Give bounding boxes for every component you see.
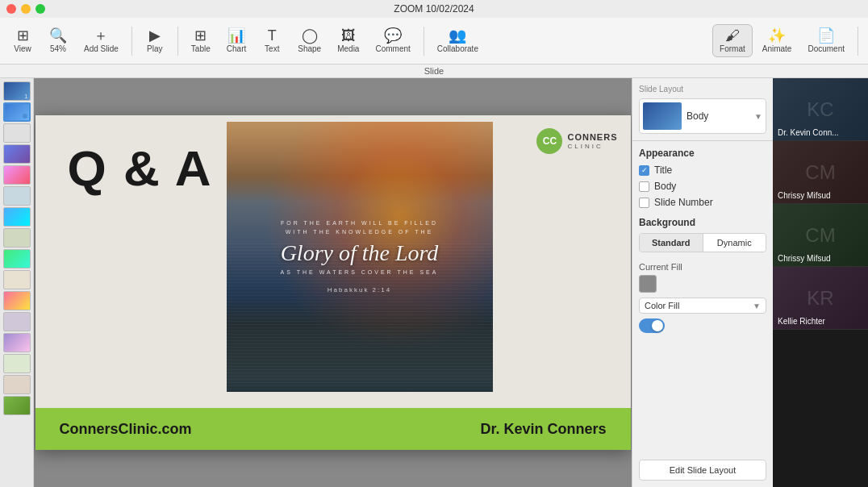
zoom-button[interactable]: 🔍 54% [42,25,74,56]
toggle-track[interactable] [639,318,665,333]
slide-canvas[interactable]: Q & A FOR THE EARTH WILL BE FILLED WITH … [35,115,631,450]
close-button[interactable] [6,4,16,14]
slide-number-checkbox-row[interactable]: Slide Number [632,194,773,210]
slide-number-checkbox[interactable] [639,198,649,208]
background-section: Background Standard Dynamic Current Fill… [632,210,773,336]
thumb-6[interactable] [3,186,31,206]
zoom-participant-3[interactable]: CM Chrissy Mifsud [773,204,868,267]
play-button[interactable]: ▶ Play [139,25,171,56]
zoom-participant-1[interactable]: KC Dr. Kevin Conn... [773,78,868,141]
title-checkbox-row[interactable]: ✓ Title [632,162,773,178]
clinic-name: CONNERS [567,132,617,143]
titlebar: ZOOM 10/02/2024 [0,0,868,18]
bible-verse-script: Glory of the Lord [281,241,439,266]
participant-avatar-2: CM [805,161,835,184]
layout-thumbnail [643,102,682,130]
body-label: Body [654,181,676,192]
body-checkbox-row[interactable]: Body [632,178,773,194]
main-area: 1 Q & A FOR THE EARTH WILL BE FILLED WIT… [0,78,868,487]
participant-avatar-1: KC [807,98,833,121]
slide-label-bar: Slide [0,65,868,78]
thumb-15[interactable] [3,375,31,394]
thumb-8[interactable] [3,228,31,248]
standard-bg-button[interactable]: Standard [640,234,703,252]
appearance-title: Appearance [632,141,773,162]
layout-name: Body [686,110,749,122]
thumb-9[interactable] [3,249,31,268]
media-button[interactable]: 🖼 Media [331,25,365,56]
color-fill-select[interactable]: Color Fill ▼ [639,298,766,314]
toggle-knob [652,320,663,331]
thumb-2[interactable] [3,102,31,122]
clinic-logo-circle: CC [536,128,562,154]
participant-name-4: Kellie Richter [778,317,825,326]
layout-selector[interactable]: Body ▼ [639,98,766,134]
toggle-row[interactable] [639,318,766,333]
slide-bottom-left: ConnersClinic.com [60,421,192,438]
check-icon: ✓ [641,167,648,174]
slide-layout-section: Slide Layout Body ▼ [632,78,773,141]
comment-button[interactable]: 💬 Comment [369,25,416,56]
slide-bottom-right: Dr. Kevin Conners [480,421,606,438]
chart-button[interactable]: 📊 Chart [220,25,252,56]
thumb-1[interactable]: 1 [3,81,31,101]
table-icon: ⊞ [194,28,207,43]
title-checkbox[interactable]: ✓ [639,165,649,176]
text-button[interactable]: T Text [256,25,288,56]
thumb-7[interactable] [3,207,31,227]
table-button[interactable]: ⊞ Table [185,25,217,56]
media-icon: 🖼 [341,28,356,43]
collaborate-button[interactable]: 👥 Collaborate [431,25,485,56]
thumb-11[interactable] [3,291,31,310]
thumb-3[interactable] [3,123,31,143]
color-swatch[interactable] [639,275,657,293]
minimize-button[interactable] [21,4,31,14]
participant-avatar-4: KR [807,287,833,310]
toolbar-sep-2 [177,27,178,56]
comment-icon: 💬 [384,28,402,43]
edit-layout-button[interactable]: Edit Slide Layout [639,460,766,481]
slide-number-label: Slide Number [654,197,713,208]
view-icon: ⊞ [17,28,29,43]
thumb-13[interactable] [3,333,31,352]
participant-name-2: Chrissy Mifsud [778,191,831,200]
clinic-subname: CLINIC [567,143,617,150]
clinic-logo: CC CONNERS CLINIC [536,128,617,154]
thumb-16[interactable] [3,396,31,415]
color-fill-container [639,275,766,293]
thumbnails-panel[interactable]: 1 [0,78,34,487]
background-buttons: Standard Dynamic [639,233,766,252]
chevron-down-icon: ▼ [754,112,762,121]
thumb-4[interactable] [3,144,31,164]
qa-title: Q & A [68,139,213,197]
shape-button[interactable]: ◯ Shape [291,25,328,56]
chart-icon: 📊 [227,28,245,43]
format-icon: 🖌 [725,28,740,43]
add-slide-icon: ＋ [94,28,108,43]
zoom-participant-4[interactable]: KR Kellie Richter [773,267,868,330]
maximize-button[interactable] [35,4,45,14]
thumb-12[interactable] [3,312,31,331]
body-checkbox[interactable] [639,181,649,192]
animate-button[interactable]: ✨ Animate [756,25,799,56]
color-fill-label: Color Fill [645,301,679,310]
clinic-name-block: CONNERS CLINIC [567,132,617,150]
thumb-14[interactable] [3,354,31,373]
format-button[interactable]: 🖌 Format [712,24,753,57]
view-button[interactable]: ⊞ View [6,25,39,56]
thumb-10[interactable] [3,270,31,289]
slide-image: FOR THE EARTH WILL BE FILLED WITH THE KN… [227,122,493,392]
toolbar-sep-1 [131,27,132,56]
participant-name-1: Dr. Kevin Conn... [778,128,839,137]
title-label: Title [654,164,672,176]
zoom-participant-2[interactable]: CM Chrissy Mifsud [773,141,868,204]
dynamic-bg-button[interactable]: Dynamic [703,234,766,252]
document-button[interactable]: 📄 Document [801,25,851,56]
slide-bottom-bar: ConnersClinic.com Dr. Kevin Conners [35,408,631,450]
canvas-area: Q & A FOR THE EARTH WILL BE FILLED WITH … [34,78,632,487]
shape-icon: ◯ [302,28,318,43]
traffic-lights [6,4,45,14]
dropdown-arrow-icon: ▼ [753,302,761,310]
thumb-5[interactable] [3,165,31,185]
add-slide-button[interactable]: ＋ Add Slide [77,25,125,56]
